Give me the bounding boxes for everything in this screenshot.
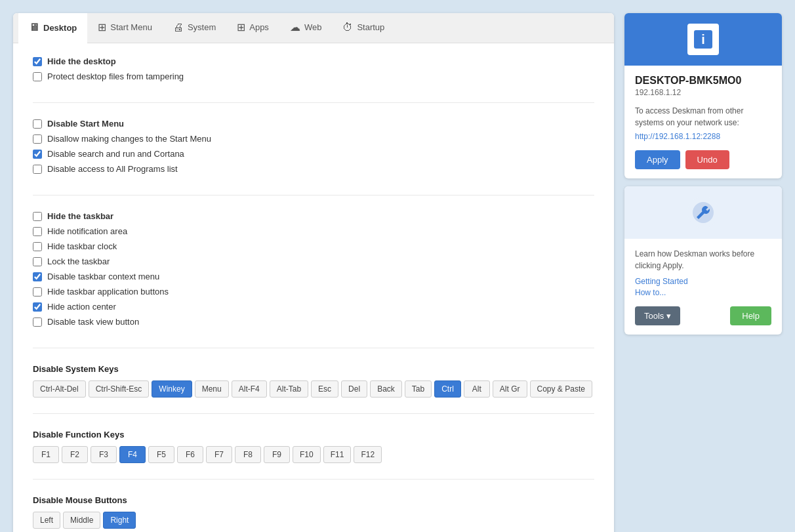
help-text: Learn how Deskman works before clicking … <box>635 248 771 272</box>
disallow-changes-checkbox[interactable] <box>33 134 42 144</box>
mouse-buttons-label: Disable Mouse Buttons <box>33 495 594 505</box>
key-back[interactable]: Back <box>370 380 402 398</box>
key-f6[interactable]: F6 <box>177 446 203 463</box>
key-f10[interactable]: F10 <box>293 446 321 463</box>
hide-desktop-checkbox[interactable] <box>33 57 42 66</box>
hide-notification-label[interactable]: Hide notification area <box>47 226 127 236</box>
key-tab[interactable]: Tab <box>405 380 432 398</box>
disallow-changes-label[interactable]: Disallow making changes to the Start Men… <box>47 134 211 144</box>
disable-search-checkbox[interactable] <box>33 150 42 159</box>
system-keys-label: Disable System Keys <box>33 364 594 374</box>
hide-notification-row: Hide notification area <box>33 226 594 236</box>
key-f12[interactable]: F12 <box>354 446 382 463</box>
lock-taskbar-label[interactable]: Lock the taskbar <box>47 256 110 266</box>
desktop-icon: 🖥 <box>29 22 39 33</box>
hide-clock-label[interactable]: Hide taskbar clock <box>47 241 117 251</box>
key-alt-tab[interactable]: Alt-Tab <box>270 380 308 398</box>
system-keys-group: Ctrl-Alt-Del Ctrl-Shift-Esc Winkey Menu … <box>33 380 594 398</box>
mouse-middle[interactable]: Middle <box>63 512 100 529</box>
key-f7[interactable]: F7 <box>206 446 232 463</box>
mouse-buttons-section: Disable Mouse Buttons Left Middle Right <box>33 495 594 532</box>
protect-files-label[interactable]: Protect desktop files from tampering <box>47 72 184 81</box>
tab-apps[interactable]: ⊞ Apps <box>226 13 279 43</box>
device-ip: 192.168.1.12 <box>635 88 771 97</box>
help-card-actions: Tools ▾ Help <box>635 306 771 325</box>
hide-action-center-checkbox[interactable] <box>33 302 42 312</box>
key-f9[interactable]: F9 <box>264 446 290 463</box>
disable-start-checkbox[interactable] <box>33 119 42 129</box>
tab-desktop[interactable]: 🖥 Desktop <box>18 13 87 43</box>
disable-context-label[interactable]: Disable taskbar context menu <box>47 272 159 281</box>
hide-taskbar-checkbox[interactable] <box>33 212 42 221</box>
lock-taskbar-row: Lock the taskbar <box>33 256 594 266</box>
how-to-link[interactable]: How to... <box>635 288 771 297</box>
hide-app-buttons-row: Hide taskbar application buttons <box>33 287 594 297</box>
hide-taskbar-row: Hide the taskbar <box>33 211 594 221</box>
hide-clock-checkbox[interactable] <box>33 242 42 251</box>
disable-task-view-checkbox[interactable] <box>33 317 42 327</box>
hide-desktop-label[interactable]: Hide the desktop <box>47 56 116 66</box>
key-f5[interactable]: F5 <box>148 446 174 463</box>
hide-app-buttons-checkbox[interactable] <box>33 287 42 297</box>
disable-task-view-label[interactable]: Disable task view button <box>47 317 139 327</box>
key-ctrl-shift-esc[interactable]: Ctrl-Shift-Esc <box>89 380 150 398</box>
tab-web[interactable]: ☁ Web <box>279 13 333 43</box>
disallow-changes-row: Disallow making changes to the Start Men… <box>33 134 594 144</box>
hide-clock-row: Hide taskbar clock <box>33 241 594 251</box>
key-f1[interactable]: F1 <box>33 446 59 463</box>
undo-button[interactable]: Undo <box>685 150 729 169</box>
key-menu[interactable]: Menu <box>195 380 229 398</box>
key-alt-gr[interactable]: Alt Gr <box>493 380 527 398</box>
hide-action-center-label[interactable]: Hide action center <box>47 302 116 312</box>
dropdown-arrow-icon: ▾ <box>666 311 671 321</box>
device-info-text: To access Deskman from other systems on … <box>635 105 771 129</box>
device-icon: i <box>687 24 719 55</box>
help-button[interactable]: Help <box>730 306 771 325</box>
disable-context-checkbox[interactable] <box>33 272 42 281</box>
mouse-right[interactable]: Right <box>103 512 136 529</box>
start-menu-section: Disable Start Menu Disallow making chang… <box>33 119 594 195</box>
key-winkey[interactable]: Winkey <box>152 380 192 398</box>
key-ctrl[interactable]: Ctrl <box>434 380 461 398</box>
key-alt-f4[interactable]: Alt-F4 <box>232 380 267 398</box>
tab-start-menu[interactable]: ⊞ Start Menu <box>87 13 163 43</box>
function-keys-section: Disable Function Keys F1 F2 F3 F4 F5 F6 … <box>33 430 594 480</box>
tools-button[interactable]: Tools ▾ <box>635 306 680 325</box>
key-f3[interactable]: F3 <box>91 446 117 463</box>
hide-notification-checkbox[interactable] <box>33 227 42 236</box>
disable-context-row: Disable taskbar context menu <box>33 272 594 281</box>
getting-started-link[interactable]: Getting Started <box>635 277 771 286</box>
protect-files-row: Protect desktop files from tampering <box>33 72 594 81</box>
hide-app-buttons-label[interactable]: Hide taskbar application buttons <box>47 287 169 297</box>
key-alt[interactable]: Alt <box>464 380 490 398</box>
help-card: Learn how Deskman works before clicking … <box>624 186 782 335</box>
help-card-body: Learn how Deskman works before clicking … <box>624 239 782 335</box>
startup-icon: ⏱ <box>342 22 353 33</box>
disable-programs-row: Disable access to All Programs list <box>33 164 594 174</box>
apply-button[interactable]: Apply <box>635 150 680 169</box>
key-ctrl-alt-del[interactable]: Ctrl-Alt-Del <box>33 380 86 398</box>
hide-action-center-row: Hide action center <box>33 302 594 312</box>
key-copy-paste[interactable]: Copy & Paste <box>530 380 592 398</box>
web-icon: ☁ <box>290 21 300 33</box>
key-f4[interactable]: F4 <box>119 446 146 463</box>
lock-taskbar-checkbox[interactable] <box>33 257 42 266</box>
mouse-left[interactable]: Left <box>33 512 60 529</box>
system-icon: 🖨 <box>173 22 184 33</box>
hide-taskbar-label[interactable]: Hide the taskbar <box>47 211 113 221</box>
device-card-actions: Apply Undo <box>635 150 771 169</box>
key-f11[interactable]: F11 <box>323 446 352 463</box>
disable-start-row: Disable Start Menu <box>33 119 594 129</box>
tab-startup[interactable]: ⏱ Startup <box>332 13 395 43</box>
key-f8[interactable]: F8 <box>235 446 261 463</box>
disable-programs-label[interactable]: Disable access to All Programs list <box>47 164 178 174</box>
protect-files-checkbox[interactable] <box>33 72 42 81</box>
tab-system[interactable]: 🖨 System <box>163 13 226 43</box>
disable-search-label[interactable]: Disable search and run and Cortana <box>47 149 184 159</box>
disable-programs-checkbox[interactable] <box>33 165 42 174</box>
device-link[interactable]: http://192.168.1.12:2288 <box>635 132 720 141</box>
key-f2[interactable]: F2 <box>62 446 88 463</box>
key-esc[interactable]: Esc <box>311 380 338 398</box>
disable-start-label[interactable]: Disable Start Menu <box>47 119 124 129</box>
key-del[interactable]: Del <box>341 380 367 398</box>
